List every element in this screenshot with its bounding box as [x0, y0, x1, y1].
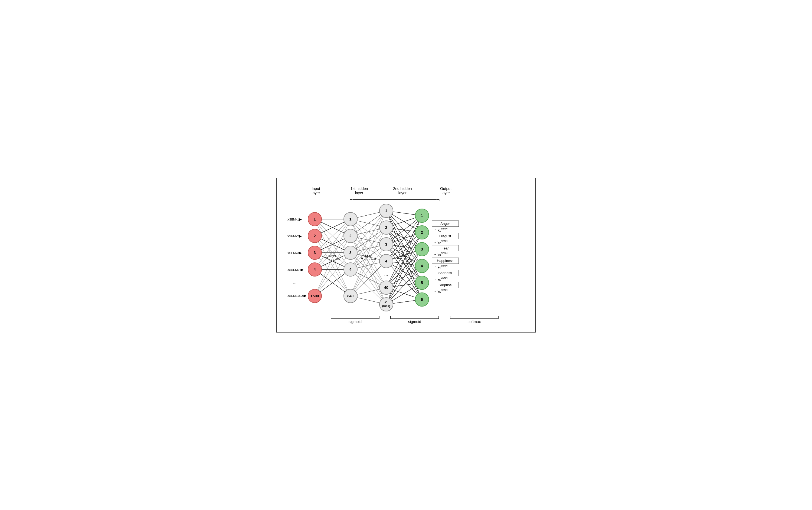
output-emotion-fear: Fear y3SENN	[432, 245, 459, 257]
hidden1-nodes-column: 1 2 3 4 ... 840	[344, 212, 357, 303]
output-emotion-sadness: Sadness y5SENN	[432, 270, 459, 282]
network-wrapper: Inputlayer 1st hiddenlayer 2nd hiddenlay…	[285, 186, 527, 324]
h2-node-1: 1	[379, 204, 393, 218]
y5-label: y5SENN	[432, 276, 459, 282]
h1-node-1: 1	[344, 212, 357, 226]
main-nodes-area: xSENN1▶ xSENN2▶ xSENN3▶ xSSENN4▶ ... xSE…	[285, 204, 527, 311]
input-dots: ...	[287, 279, 307, 286]
input-label-4: xSSENN4▶	[287, 263, 307, 277]
input-node-2: 2	[308, 229, 322, 243]
weight-l1l2: wSENNl1l2	[357, 254, 379, 260]
input-node-4: 4	[308, 263, 322, 276]
emotion-fear-box: Fear	[432, 245, 459, 251]
emotion-surprise-box: Surprise	[432, 282, 459, 288]
h2-node-4: 4	[379, 254, 393, 268]
y6-label: y6SENN	[432, 288, 459, 294]
output-node-5: 5	[415, 276, 429, 290]
softmax-group: softmax	[444, 316, 504, 324]
activation-labels-row: sigmoid sigmoid softmax	[285, 316, 527, 324]
input-label-2: xSENN2▶	[287, 229, 307, 243]
h2-node-2: 2	[379, 220, 393, 235]
h2-dots: ...	[384, 271, 388, 278]
y2-label: y2SENN	[432, 239, 459, 245]
sigmoid-2-group: sigmoid	[385, 316, 444, 324]
emotion-anger-box: Anger	[432, 220, 459, 227]
output-emotion-disgust: Disgust y2SENN	[432, 233, 459, 245]
output-labels-column: Anger y1SENN Disgust y2SENN Fear y3SENN …	[432, 220, 459, 294]
y1-label: y1SENN	[432, 227, 459, 233]
output-nodes-column: 1 2 3 4 5 6	[415, 209, 429, 306]
output-node-4: 4	[415, 259, 429, 273]
input-label-1500: xSENN1500▶	[287, 289, 307, 303]
diagram-container: Inputlayer 1st hiddenlayer 2nd hiddenlay…	[276, 178, 536, 332]
input-label-1: xSENN1▶	[287, 212, 307, 227]
h1-node-2: 2	[344, 229, 357, 243]
sigmoid-1-label: sigmoid	[349, 320, 361, 324]
weight-nl1: wSENNnl1	[322, 254, 344, 260]
output-node-2: 2	[415, 226, 429, 239]
y3-label: y3SENN	[432, 251, 459, 257]
sigmoid-1-group: sigmoid	[325, 316, 385, 324]
output-emotion-anger: Anger y1SENN	[432, 220, 459, 233]
input-labels-column: xSENN1▶ xSENN2▶ xSENN3▶ xSSENN4▶ ... xSE…	[287, 212, 307, 303]
h2-bias-node: +1(bias)	[379, 297, 393, 311]
output-emotion-surprise: Surprise y6SENN	[432, 282, 459, 294]
output-node-3: 3	[415, 242, 429, 256]
output-emotion-happiness: Happiness y4SENN	[432, 258, 459, 270]
emotion-sadness-box: Sadness	[432, 270, 459, 276]
output-node-1: 1	[415, 209, 429, 223]
input-nodes-column: 1 2 3 4 ... 1500	[308, 212, 322, 303]
h1-dots: ...	[348, 279, 352, 286]
h2-node-40: 40	[379, 280, 393, 295]
input-node-1500: 1500	[308, 289, 322, 303]
sigmoid-2-label: sigmoid	[408, 320, 421, 324]
h2-node-3: 3	[379, 237, 393, 251]
y4-label: y4SENN	[432, 264, 459, 270]
input-layer-label: Inputlayer	[307, 186, 325, 195]
hidden2-nodes-column: 1 2 3 4 ... 40 +1(bias)	[379, 204, 393, 311]
softmax-label: softmax	[467, 320, 481, 324]
weight-l2k: wSENNl2k	[393, 254, 415, 260]
h1-node-3: 3	[344, 246, 357, 260]
h1-node-4: 4	[344, 263, 357, 276]
hidden1-layer-label: 1st hiddenlayer	[350, 186, 369, 195]
emotion-disgust-box: Disgust	[432, 233, 459, 239]
input-node-1: 1	[308, 212, 322, 226]
input-node-3: 3	[308, 246, 322, 260]
emotion-happiness-box: Happiness	[432, 258, 459, 264]
layer-brace: ⌐ ⌐	[350, 197, 440, 203]
output-node-6: 6	[415, 293, 429, 306]
output-layer-label: Outputlayer	[436, 186, 455, 195]
h1-node-840: 840	[344, 289, 357, 303]
input-dots-between: ...	[313, 279, 317, 286]
input-label-3: xSENN3▶	[287, 246, 307, 260]
hidden2-layer-label: 2nd hiddenlayer	[393, 186, 412, 195]
